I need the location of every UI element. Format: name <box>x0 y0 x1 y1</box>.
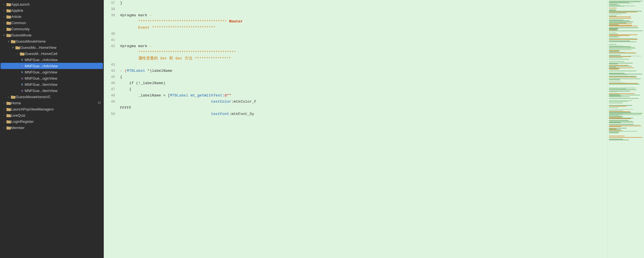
minimap-line <box>609 137 643 138</box>
sidebar-item-guessmovie-home[interactable]: ▾GuessMovieHome <box>1 38 103 44</box>
sidebar-item-livequiz[interactable]: ›LiveQuiz <box>1 112 103 118</box>
minimap-line <box>609 68 620 69</box>
code-token: - <box>150 13 152 17</box>
sidebar-item-mnfgue-rinfov-h[interactable]: hMNFGue...rInfoView <box>1 57 103 63</box>
sidebar-label-mnfgue-oginv-h: MNFGue...oginView <box>25 70 103 74</box>
sidebar-item-applink[interactable]: ›Applink <box>1 7 103 13</box>
minimap-line <box>609 15 643 15</box>
code-line: 41 <box>104 37 608 43</box>
sidebar-item-mnfgue-oginv-h[interactable]: hMNFGue...oginView <box>1 69 103 75</box>
minimap-line <box>609 89 626 89</box>
minimap-line <box>609 111 630 112</box>
file-icon-mnfgue-itemv-h: h <box>20 82 25 86</box>
minimap-line <box>609 11 642 11</box>
code-token: ****************************************… <box>138 50 236 54</box>
code-editor[interactable]: 37}38 39#pragma mark - *****************… <box>104 0 608 258</box>
minimap-line <box>609 23 626 23</box>
minimap-line <box>609 57 622 58</box>
minimap-line <box>609 31 643 31</box>
minimap-line <box>609 67 616 67</box>
sidebar-item-article[interactable]: ›Article <box>1 13 103 20</box>
minimap-line <box>609 110 623 111</box>
minimap-line <box>609 88 636 88</box>
minimap-line <box>609 133 643 134</box>
line-content <box>118 62 122 68</box>
svg-rect-9 <box>6 28 8 29</box>
sidebar-item-community[interactable]: ›Community <box>1 26 103 32</box>
sidebar-item-guessmovie[interactable]: ▾GuessMovie <box>1 32 103 38</box>
minimap-line <box>609 47 635 48</box>
minimap-line <box>609 8 617 8</box>
minimap-line <box>609 115 619 116</box>
sidebar-label-guessmovie-home: GuessMovieHome <box>16 39 103 43</box>
minimap-line <box>609 49 643 49</box>
sidebar-item-common[interactable]: ›Common <box>1 20 103 26</box>
sidebar-label-mnfgue-rinfov-h: MNFGue...rInfoView <box>25 58 103 62</box>
minimap-line <box>609 24 619 25</box>
sidebar-label-community: Community <box>11 27 103 31</box>
minimap-line <box>609 37 618 37</box>
minimap-line <box>609 106 626 107</box>
sidebar-label-mnfgue-itemv-h: MNFGue...ItemView <box>25 82 103 87</box>
file-icon-applink <box>6 8 11 12</box>
sidebar-item-mnfgue-rinfov-m[interactable]: mMNFGue...rInfoView <box>1 63 103 69</box>
minimap-line <box>609 133 619 133</box>
sidebar-label-launchpopviewmanagers: LaunchPopViewManagers <box>11 107 103 111</box>
sidebar-item-launchpopviewmanagers[interactable]: ›LaunchPopViewManagers <box>1 106 103 112</box>
minimap-line <box>609 10 617 11</box>
sidebar-label-applink: Applink <box>11 8 103 13</box>
sidebar-label-appllaunch: AppLaunch <box>11 2 103 6</box>
sidebar-item-guessm-homecell[interactable]: ›GuessM...HomeCell <box>1 50 103 57</box>
sidebar-item-mnfgue-itemv-m[interactable]: mMNFGue...ItemView <box>1 87 103 94</box>
code-line: 44- (MTBLabel *)labelName <box>104 68 608 74</box>
sidebar-item-home[interactable]: ›HomeM <box>1 100 103 106</box>
minimap-line <box>609 102 643 103</box>
minimap-line <box>609 65 628 66</box>
line-content: if (!_labelName) <box>118 80 165 86</box>
minimap-line <box>609 53 637 54</box>
sidebar-item-member[interactable]: ›Member <box>1 125 103 131</box>
minimap-line <box>609 60 643 61</box>
svg-rect-3 <box>6 9 8 10</box>
minimap-line <box>609 49 631 50</box>
svg-rect-7 <box>6 22 8 22</box>
minimap-line <box>609 7 643 8</box>
svg-rect-21 <box>6 102 8 103</box>
code-line: 42#pragma mark - <box>104 43 608 49</box>
sidebar-item-mnfgue-oginv-m[interactable]: mMNFGue...oginView <box>1 75 103 81</box>
sidebar-item-guessmovie-homeview[interactable]: ▾GuessMo...HomeView <box>1 44 103 50</box>
expand-arrow-community: › <box>2 27 6 31</box>
sidebar-item-appllaunch[interactable]: ›AppLaunch <box>1 1 103 7</box>
minimap-line <box>609 136 625 136</box>
minimap-line <box>609 45 643 45</box>
expand-arrow-livequiz: › <box>2 114 6 117</box>
code-token: MTBLabel <box>170 93 188 98</box>
minimap-line <box>609 98 639 99</box>
sidebar-item-guessmovie-homevc[interactable]: ›GuessMovieHomeVC <box>1 94 103 100</box>
minimap-line <box>609 79 641 79</box>
minimap-line <box>609 99 643 99</box>
minimap-line <box>609 43 643 44</box>
code-token: { <box>120 75 122 79</box>
code-line: 46 if (!_labelName) <box>104 80 608 86</box>
expand-arrow-guessm-homecell: › <box>15 52 20 55</box>
minimap-line <box>609 21 634 22</box>
minimap-line <box>609 68 634 68</box>
code-token: - ( <box>120 69 127 73</box>
minimap-line <box>609 121 632 121</box>
code-line: FFFFF <box>104 105 608 111</box>
minimap-line <box>609 82 643 82</box>
minimap-line <box>609 107 618 108</box>
minimap-line <box>609 39 638 40</box>
minimap-line <box>609 42 643 43</box>
code-line: 45{ <box>104 74 608 80</box>
minimap-line <box>609 13 626 13</box>
file-navigator[interactable]: ›AppLaunch›Applink›Article›Common›Commun… <box>0 0 104 258</box>
minimap-line <box>609 118 633 118</box>
sidebar-item-mnfgue-itemv-h[interactable]: hMNFGue...ItemView <box>1 81 103 87</box>
minimap-line <box>609 86 643 86</box>
sidebar-label-livequiz: LiveQuiz <box>11 113 103 118</box>
minimap-line <box>609 52 625 52</box>
code-token <box>120 50 138 54</box>
sidebar-item-loginregister[interactable]: ›LoginRegister <box>1 118 103 125</box>
